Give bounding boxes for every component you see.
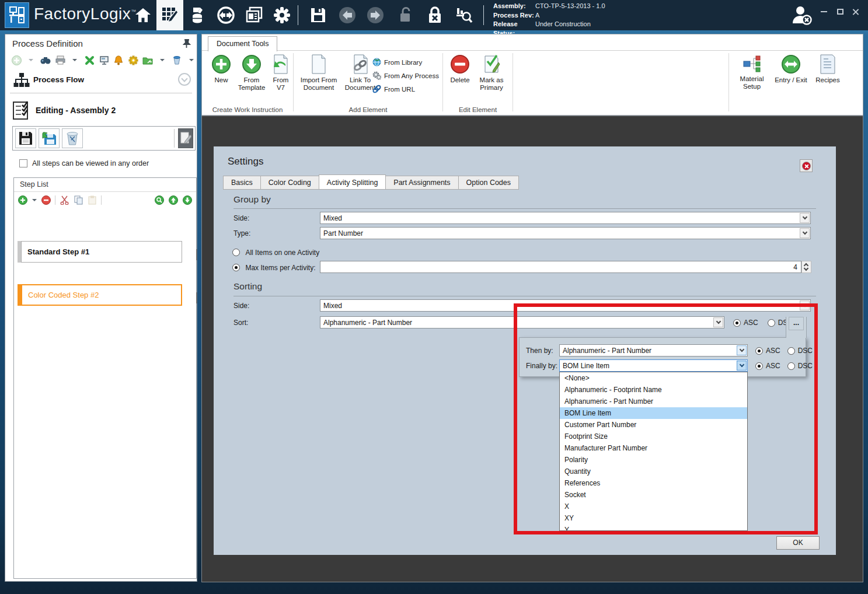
folder-caret-icon[interactable] — [157, 55, 168, 65]
dropdown-option-selected[interactable]: BOM Line Item — [560, 407, 747, 419]
save-icon[interactable] — [305, 0, 332, 30]
move-down-icon[interactable] — [182, 195, 193, 205]
tab-color-coding[interactable]: Color Coding — [260, 176, 319, 190]
dropdown-option[interactable]: Socket — [560, 489, 747, 501]
bell-icon[interactable] — [113, 55, 124, 65]
step-expander-icon[interactable] — [196, 249, 197, 260]
test-connections-icon[interactable] — [84, 55, 95, 65]
collapse-down-icon[interactable] — [178, 73, 191, 86]
chevron-down-icon[interactable] — [800, 213, 810, 223]
max-items-spinner[interactable] — [801, 261, 811, 273]
finally-by-dsc-radio[interactable] — [787, 362, 795, 370]
all-items-radio[interactable] — [232, 249, 240, 256]
material-setup-button[interactable]: Material Setup — [737, 54, 767, 90]
pin-icon[interactable] — [183, 39, 191, 48]
dropdown-option[interactable]: Y — [560, 524, 747, 531]
recipes-button[interactable]: Recipes — [813, 54, 843, 84]
process-flow-item[interactable]: Process Flow — [5, 69, 197, 92]
dropdown-option[interactable]: XY — [560, 512, 747, 524]
lock-abort-icon[interactable] — [421, 0, 448, 30]
ok-button[interactable]: OK — [776, 536, 820, 550]
chevron-down-icon[interactable] — [737, 345, 747, 355]
add-step-caret-icon[interactable] — [32, 195, 37, 205]
from-url-item[interactable]: From URL — [372, 85, 415, 93]
sort-asc-radio[interactable] — [733, 319, 741, 327]
trash-caret-icon[interactable] — [186, 55, 197, 65]
process-editor-icon[interactable] — [156, 0, 183, 30]
any-order-checkbox[interactable] — [19, 159, 27, 167]
tab-basics[interactable]: Basics — [223, 176, 260, 190]
from-v7-button[interactable]: From V7 — [270, 54, 292, 92]
step-expander-icon[interactable] — [196, 292, 197, 303]
dropdown-option[interactable]: Footprint Size — [560, 431, 747, 442]
step-row-color-coded[interactable]: Color Coded Step #2 — [18, 284, 189, 306]
dialog-close-button[interactable] — [800, 159, 813, 172]
dropdown-option[interactable]: Quantity — [560, 466, 747, 477]
dropdown-option[interactable]: Alphanumeric - Footprint Name — [560, 384, 747, 396]
import-from-document-button[interactable]: Import From Document — [298, 54, 340, 92]
more-sort-options-button[interactable]: ... — [789, 317, 804, 330]
delete-element-button[interactable]: Delete — [447, 54, 473, 84]
tab-activity-splitting[interactable]: Activity Splitting — [319, 174, 386, 190]
dropdown-option[interactable]: Customer Part Number — [560, 419, 747, 431]
audit-search-icon[interactable] — [451, 0, 477, 30]
presentation-icon[interactable] — [99, 55, 109, 65]
max-items-radio[interactable] — [232, 264, 240, 271]
group-by-type-select[interactable]: Part Number — [320, 227, 811, 239]
back-icon[interactable] — [334, 0, 361, 30]
new-button[interactable]: New — [209, 54, 233, 84]
dropdown-option[interactable]: X — [560, 501, 747, 512]
tab-document-tools[interactable]: Document Tools — [208, 36, 277, 51]
forward-icon[interactable] — [362, 0, 389, 30]
home-icon[interactable] — [130, 0, 156, 30]
copy-icon[interactable] — [73, 195, 83, 205]
delete-document-button[interactable] — [62, 128, 83, 148]
mark-as-primary-button[interactable]: Mark as Primary — [475, 54, 508, 92]
print-caret-icon[interactable] — [69, 55, 80, 65]
gear-icon[interactable] — [128, 55, 138, 65]
add-step-icon[interactable] — [18, 195, 28, 205]
dropdown-option[interactable]: Polarity — [560, 454, 747, 466]
documents-icon[interactable] — [240, 0, 267, 30]
close-button[interactable] — [848, 0, 863, 23]
add-icon[interactable] — [11, 55, 22, 65]
search-binoculars-icon[interactable] — [40, 55, 51, 65]
user-logout-icon[interactable] — [787, 0, 817, 30]
remove-step-icon[interactable] — [41, 195, 51, 205]
from-template-button[interactable]: From Template — [236, 54, 267, 92]
print-icon[interactable] — [55, 55, 65, 65]
then-by-dsc-radio[interactable] — [787, 347, 795, 355]
entry-exit-button[interactable]: Entry / Exit — [773, 54, 809, 84]
from-library-item[interactable]: From Library — [372, 58, 422, 67]
edit-mode-button[interactable] — [178, 128, 193, 148]
zoom-steps-icon[interactable] — [154, 195, 165, 205]
settings-gear-icon[interactable] — [269, 0, 295, 30]
from-any-process-item[interactable]: From Any Process — [372, 71, 439, 80]
dropdown-option[interactable]: Manufacturer Part Number — [560, 442, 747, 454]
then-by-asc-radio[interactable] — [755, 347, 763, 355]
trash-icon[interactable] — [172, 55, 182, 65]
chevron-down-icon[interactable] — [737, 361, 747, 371]
dropdown-option[interactable]: References — [560, 477, 747, 489]
unlock-icon[interactable] — [392, 0, 419, 30]
dropdown-option[interactable]: Alphanumeric - Part Number — [560, 396, 747, 407]
then-by-select[interactable]: Alphanumeric - Part Number — [559, 344, 748, 357]
materials-icon[interactable] — [184, 0, 211, 30]
maximize-button[interactable] — [832, 0, 848, 23]
finally-by-asc-radio[interactable] — [755, 362, 763, 370]
tab-part-assignments[interactable]: Part Assignments — [386, 176, 458, 190]
dropdown-option[interactable]: <None> — [560, 372, 747, 384]
editing-assembly-item[interactable]: Editing - Assembly 2 — [12, 100, 116, 121]
step-row-standard[interactable]: Standard Step #1 — [18, 241, 189, 263]
sync-icon[interactable] — [212, 0, 239, 30]
chevron-down-icon[interactable] — [800, 228, 810, 238]
chevron-down-icon[interactable] — [800, 301, 810, 310]
sorting-sort-select[interactable]: Alphanumeric - Part Number — [320, 316, 724, 329]
sort-dsc-radio[interactable] — [768, 319, 775, 327]
tab-option-codes[interactable]: Option Codes — [458, 176, 519, 190]
max-items-input[interactable]: 4 — [320, 261, 801, 273]
revert-document-button[interactable] — [39, 128, 60, 148]
publish-folder-icon[interactable] — [142, 55, 153, 65]
group-by-side-select[interactable]: Mixed — [320, 212, 811, 224]
finally-by-select[interactable]: BOM Line Item — [559, 359, 748, 372]
